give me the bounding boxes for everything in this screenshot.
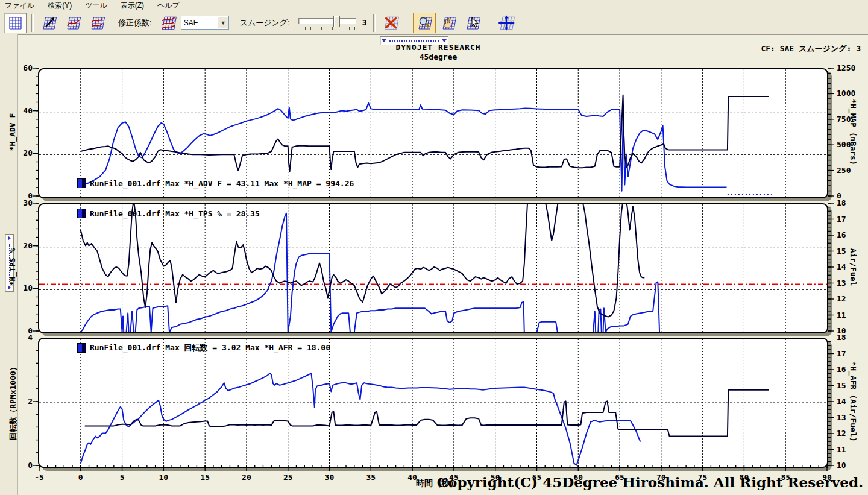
cf-select-value: SAE	[181, 19, 218, 27]
correction-map-button[interactable]	[157, 13, 180, 33]
legend-text: RunFile_001.drf Max 回転数 = 3.02 Max *H_AF…	[90, 342, 330, 353]
menu-item-1[interactable]: 検索(Y)	[48, 1, 72, 11]
copyright-text: Copyright(C) 45Degree Hiroshima. All Rig…	[437, 474, 863, 490]
application-window: ファイル検索(Y)ツール表示(Z)ヘルプ	[0, 0, 868, 495]
plot-svg-3	[39, 339, 827, 467]
series-回転数	[81, 373, 641, 465]
select-cursor-icon	[464, 15, 481, 31]
toolbar-separator	[407, 14, 409, 32]
pan-hand-icon	[440, 15, 457, 31]
right-axis-title-1: *H_MAP (mBars)	[847, 68, 858, 196]
pan-tool-button[interactable]	[437, 13, 460, 33]
plot-svg-2	[39, 204, 827, 332]
splitter-arrow-icon	[442, 39, 447, 42]
left-axis-title-1: *H_ADV F	[8, 68, 19, 196]
grid-arrow-icon	[40, 15, 57, 31]
series-*H_AFR	[85, 390, 769, 437]
menu-item-2[interactable]: ツール	[85, 1, 107, 11]
smoothing-slider-thumb[interactable]	[333, 16, 340, 27]
splitter-arrow-icon	[382, 39, 386, 42]
menu-item-0[interactable]: ファイル	[5, 1, 34, 11]
delete-graph-icon	[382, 14, 400, 31]
cf-select[interactable]: SAE ▼	[181, 16, 229, 30]
series-*H_ADV F	[81, 95, 769, 171]
cf-select-arrow[interactable]: ▼	[218, 17, 228, 28]
legend-text: RunFile_001.drf Max *H_TPS % = 28.35	[90, 209, 260, 218]
legend-1: RunFile_001.drf Max *H_ADV F = 43.11 Max…	[77, 178, 354, 188]
legend-swatch	[77, 209, 86, 218]
x-tick-label: 35	[359, 473, 383, 482]
x-tick-label: -5	[27, 473, 51, 482]
grid-curves-icon	[89, 15, 105, 31]
plot-panel-2[interactable]	[38, 203, 828, 333]
x-tick-label: 0	[69, 473, 93, 482]
table-grid-icon	[7, 15, 24, 31]
series-*H_TPS %	[81, 204, 645, 317]
toolbar-separator	[489, 14, 491, 32]
legend-swatch	[77, 178, 86, 188]
right-axis-title-2: Air/Fuel	[847, 203, 858, 331]
legend-text: RunFile_001.drf Max *H_ADV F = 43.11 Max…	[90, 179, 354, 188]
x-tick-label: 30	[318, 473, 342, 482]
clear-graph-button[interactable]	[379, 13, 402, 33]
legend-swatch	[77, 343, 86, 353]
legend-3: RunFile_001.drf Max 回転数 = 3.02 Max *H_AF…	[77, 342, 330, 353]
smoothing-label: スムージング:	[240, 17, 290, 28]
axes-tool-button[interactable]	[495, 13, 518, 33]
correction-factor-label: 修正係数:	[118, 17, 152, 28]
zoom-magnifier-icon	[416, 15, 433, 31]
splitter-dots	[389, 40, 439, 42]
left-axis-title-3: 回転数（RPMx1000）	[8, 338, 19, 465]
menu-bar: ファイル検索(Y)ツール表示(Z)ヘルプ	[0, 0, 868, 11]
graph-multi-button[interactable]	[86, 13, 108, 33]
graph-export-button[interactable]	[37, 13, 60, 33]
smoothing-slider[interactable]	[298, 14, 356, 31]
menu-item-4[interactable]: ヘルプ	[157, 1, 180, 11]
select-tool-button[interactable]	[461, 13, 484, 33]
x-tick-label: 10	[151, 473, 175, 482]
smoothing-slider-ticks	[300, 27, 355, 30]
graph-single-button[interactable]	[61, 13, 84, 33]
series-*H_MAP	[81, 103, 727, 191]
zoom-tool-button[interactable]	[413, 13, 436, 33]
axes-crosshair-icon	[497, 14, 515, 31]
smoothing-slider-track[interactable]	[298, 18, 356, 24]
x-tick-label: 5	[110, 473, 134, 482]
legend-2: RunFile_001.drf Max *H_TPS % = 28.35	[77, 209, 260, 218]
series-Air/Fuel	[81, 213, 659, 332]
table-view-button[interactable]	[4, 13, 27, 33]
x-tick-label: 15	[193, 473, 217, 482]
right-axis-title-3: *H_AFR (Air/Fuel)	[847, 338, 858, 465]
menu-item-3[interactable]: 表示(Z)	[121, 1, 144, 11]
chart-title: DYNOJET RESEARCH	[348, 43, 529, 52]
correction-map-icon	[159, 14, 177, 31]
cf-smoothing-readout: CF: SAE スムージング: 3	[644, 43, 861, 54]
grid-curve-icon	[64, 15, 81, 31]
toolbar-separator	[373, 14, 376, 32]
chart-subtitle: 45degree	[348, 52, 529, 61]
toolbar-separator	[31, 14, 34, 32]
plot-panel-3[interactable]	[38, 338, 828, 468]
left-axis-title-2: *H_TPS %	[8, 203, 19, 331]
smoothing-value: 3	[362, 18, 367, 27]
x-tick-label: 25	[276, 473, 300, 482]
x-tick-label: 20	[234, 473, 259, 482]
toolbar: 修正係数: SAE ▼ スムージング: 3	[0, 11, 868, 35]
